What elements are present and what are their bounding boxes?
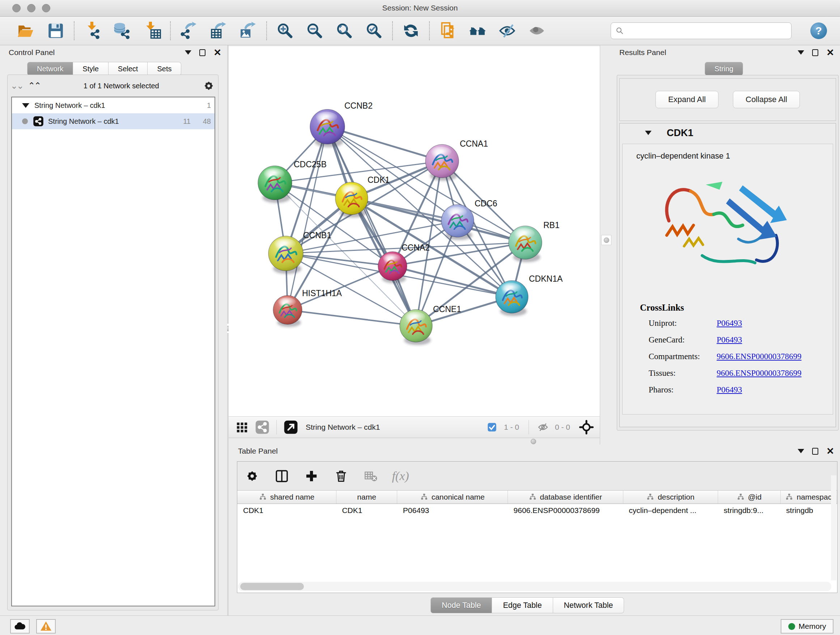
- network-options-gear-icon[interactable]: [202, 79, 215, 92]
- column-type-icon: [646, 493, 654, 501]
- tab-node-table[interactable]: Node Table: [431, 597, 492, 613]
- refresh-layout-icon[interactable]: [401, 21, 420, 40]
- export-image-icon[interactable]: [239, 21, 257, 40]
- memory-button[interactable]: Memory: [781, 619, 834, 633]
- edge-CCNB2-HIST1H1A[interactable]: [287, 127, 327, 310]
- table-panel-collapse-icon[interactable]: [798, 449, 804, 453]
- delete-column-icon[interactable]: [333, 468, 349, 485]
- hidden-eye-icon[interactable]: [535, 419, 551, 435]
- expand-all-networks-icon[interactable]: ⌃⌃: [28, 81, 40, 91]
- node-CDKN1A[interactable]: CDKN1A: [496, 274, 563, 316]
- edge-CCNA2-HIST1H1A[interactable]: [287, 266, 393, 310]
- minimize-window-button[interactable]: [27, 4, 35, 12]
- results-panel-float-icon[interactable]: [812, 49, 818, 56]
- help-button[interactable]: ?: [810, 22, 827, 39]
- results-panel-collapse-icon[interactable]: [798, 50, 804, 55]
- node-HIST1H1A[interactable]: HIST1H1A: [273, 288, 342, 327]
- zoom-window-button[interactable]: [42, 4, 50, 12]
- table-vertical-scrollbar[interactable]: [831, 475, 836, 580]
- crosslink-link[interactable]: 9606.ENSP00000378699: [717, 352, 802, 361]
- tab-network[interactable]: Network: [27, 62, 73, 76]
- first-neighbors-icon[interactable]: [468, 21, 487, 40]
- network-row[interactable]: String Network – cdk1 11 48: [12, 113, 215, 129]
- table-options-gear-icon[interactable]: [244, 468, 261, 485]
- node-label-CCNB1: CCNB1: [303, 231, 332, 240]
- zoom-fit-content-icon[interactable]: [335, 21, 354, 40]
- save-session-icon[interactable]: [46, 21, 65, 40]
- tab-style[interactable]: Style: [73, 62, 108, 76]
- column-header-name[interactable]: name: [336, 491, 397, 504]
- node-RB1[interactable]: RB1: [508, 220, 560, 262]
- cloud-status-button[interactable]: [10, 619, 30, 633]
- import-table-file-icon[interactable]: [142, 21, 161, 40]
- control-panel-collapse-icon[interactable]: [185, 50, 191, 55]
- show-columns-icon[interactable]: [273, 468, 290, 485]
- search-input[interactable]: [627, 27, 787, 35]
- control-panel-close-icon[interactable]: ✕: [213, 49, 221, 56]
- collapse-all-button[interactable]: Collapse All: [733, 91, 800, 108]
- node-CCNA1[interactable]: CCNA1: [425, 139, 488, 181]
- edge-HIST1H1A-CCNE1[interactable]: [287, 310, 416, 326]
- export-table-icon[interactable]: [209, 21, 228, 40]
- horizontal-splitter[interactable]: [229, 438, 600, 445]
- horizontal-splitter-handle[interactable]: [531, 439, 536, 444]
- collapse-all-networks-icon[interactable]: ⌄⌄: [11, 81, 23, 91]
- column-header-canonical-name[interactable]: canonical name: [397, 491, 508, 504]
- node-CDC25B[interactable]: CDC25B: [258, 160, 327, 203]
- zoom-in-icon[interactable]: [276, 21, 294, 40]
- tab-select[interactable]: Select: [109, 62, 148, 76]
- node-label-CCNB2: CCNB2: [344, 101, 373, 111]
- node-count: 11: [175, 117, 191, 126]
- table-panel-close-icon[interactable]: ✕: [826, 448, 834, 455]
- table-panel-float-icon[interactable]: [812, 448, 818, 455]
- control-panel-float-icon[interactable]: [199, 49, 205, 56]
- tab-edge-table[interactable]: Edge Table: [492, 597, 553, 613]
- open-session-icon[interactable]: [17, 21, 35, 40]
- close-window-button[interactable]: [12, 4, 21, 12]
- window-title: Session: New Session: [0, 0, 840, 16]
- scrollbar-thumb[interactable]: [240, 583, 304, 590]
- zoom-out-icon[interactable]: [305, 21, 324, 40]
- table-row[interactable]: CDK1CDK1P064939606.ENSP00000378699cyclin…: [237, 504, 837, 517]
- grid-view-icon[interactable]: [234, 419, 250, 435]
- network-view-canvas[interactable]: CCNB2 CCNA1 CDC25B CDK1: [229, 46, 600, 416]
- tab-sets[interactable]: Sets: [148, 62, 181, 76]
- search-box[interactable]: [611, 22, 791, 39]
- network-collection-row[interactable]: String Network – cdk1 1: [12, 97, 215, 113]
- edge-CCNB2-CCNA1[interactable]: [327, 127, 442, 161]
- crosslink-link[interactable]: P06493: [717, 335, 742, 345]
- right-splitter-handle[interactable]: [601, 235, 611, 245]
- node-CCNB2[interactable]: CCNB2: [310, 101, 373, 147]
- tab-network-table[interactable]: Network Table: [553, 597, 624, 613]
- column-header-description[interactable]: description: [623, 491, 718, 504]
- warnings-button[interactable]: [36, 619, 56, 633]
- crosslink-link[interactable]: P06493: [717, 318, 742, 328]
- selected-checkbox-icon[interactable]: [484, 419, 500, 435]
- column-header-database-identifier[interactable]: database identifier: [508, 491, 623, 504]
- expand-all-button[interactable]: Expand All: [655, 91, 718, 108]
- entry-collapse-icon[interactable]: [645, 131, 652, 135]
- tab-string[interactable]: String: [705, 62, 743, 76]
- table-horizontal-scrollbar[interactable]: [238, 582, 831, 591]
- column-header-namespac[interactable]: namespac: [780, 491, 837, 504]
- column-header-shared-name[interactable]: shared name: [237, 491, 336, 504]
- export-network-icon[interactable]: [180, 21, 198, 40]
- selected-node-edge-counts: 1 - 0: [504, 423, 519, 432]
- hide-selected-icon[interactable]: [498, 21, 516, 40]
- results-panel-close-icon[interactable]: ✕: [826, 49, 834, 56]
- open-in-window-icon[interactable]: [283, 419, 299, 435]
- network-graph[interactable]: CCNB2 CCNA1 CDC25B CDK1: [229, 46, 600, 416]
- crosslink-link[interactable]: 9606.ENSP00000378699: [717, 369, 802, 378]
- create-column-icon[interactable]: [303, 468, 320, 485]
- zoom-selected-icon[interactable]: [365, 21, 384, 40]
- new-network-from-selection-icon[interactable]: [439, 21, 457, 40]
- import-network-database-icon[interactable]: [113, 21, 132, 40]
- show-all-icon[interactable]: [527, 21, 546, 40]
- crosslink-link[interactable]: P06493: [717, 385, 742, 394]
- tree-expand-icon[interactable]: [22, 103, 29, 108]
- network-share-icon[interactable]: [254, 419, 271, 435]
- birds-eye-crosshair-icon[interactable]: [578, 419, 595, 435]
- right-panel-splitter[interactable]: [600, 45, 615, 445]
- column-header-@id[interactable]: @id: [718, 491, 781, 504]
- import-network-file-icon[interactable]: [83, 21, 102, 40]
